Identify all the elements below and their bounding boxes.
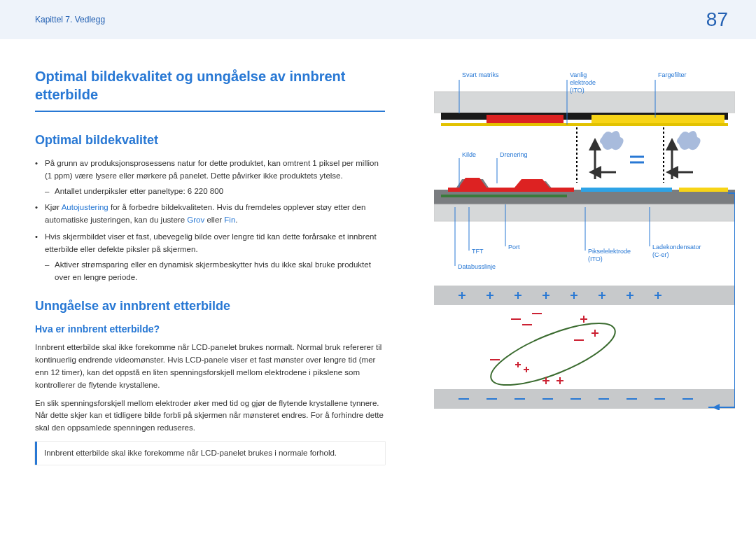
list-text: . <box>235 216 237 224</box>
svg-rect-27 <box>434 286 735 305</box>
section-heading-1: Optimal bildekvalitet <box>35 133 385 148</box>
label-vanlig-elektrode: Vanlig elektrode (ITO) <box>570 71 612 94</box>
svg-rect-2 <box>486 115 564 125</box>
content: Optimal bildekvalitet og unngåelse av in… <box>0 39 756 465</box>
svg-rect-0 <box>434 92 735 113</box>
label-drenering: Drenering <box>500 151 528 159</box>
lcd-structure-diagram <box>434 67 735 410</box>
label-port: Port <box>508 244 520 251</box>
bullet-list-1: På grunn av produksjonsprosessens natur … <box>35 157 385 283</box>
note-text: Innbrent etterbilde skal ikke forekomme … <box>44 449 337 457</box>
label-ladekondensator: Ladekondensator (C-er) <box>652 244 701 259</box>
note-box: Innbrent etterbilde skal ikke forekomme … <box>35 442 385 465</box>
header: Kapittel 7. Vedlegg 87 <box>0 0 756 39</box>
svg-rect-16 <box>441 195 567 197</box>
list-item: På grunn av produksjonsprosessens natur … <box>35 157 385 197</box>
label-tft: TFT <box>472 248 484 255</box>
section-heading-2: Unngåelse av innbrent etterbilde <box>35 299 385 314</box>
svg-rect-19 <box>434 204 735 221</box>
list-text: eller <box>204 216 224 224</box>
svg-rect-17 <box>581 188 672 192</box>
page: Kapittel 7. Vedlegg 87 Optimal bildekval… <box>0 0 756 534</box>
list-item: Aktiver strømsparing eller en dynamisk s… <box>45 259 385 284</box>
page-title: Optimal bildekvalitet og unngåelse av in… <box>35 67 385 112</box>
paragraph: En slik spenningsforskjell mellom elektr… <box>35 398 385 435</box>
list-text: Hvis skjermbildet viser et fast, ubevege… <box>45 232 377 253</box>
svg-point-54 <box>484 311 622 397</box>
breadcrumb: Kapittel 7. Vedlegg <box>35 15 105 24</box>
label-pikselelektrode: Pikselelektrode (ITO) <box>588 248 630 263</box>
right-column: Svart matriks Vanlig elektrode (ITO) Far… <box>434 67 735 465</box>
highlight-grov: Grov <box>187 216 204 224</box>
svg-rect-18 <box>679 188 728 192</box>
list-text: På grunn av produksjonsprosessens natur … <box>45 159 379 180</box>
highlight-autojustering: Autojustering <box>62 203 108 211</box>
list-item: Kjør Autojustering for å forbedre bildek… <box>35 202 385 227</box>
page-number: 87 <box>706 8 728 31</box>
list-item: Antallet underpiksler etter paneltype: 6… <box>45 185 385 198</box>
label-kilde: Kilde <box>462 151 476 159</box>
left-column: Optimal bildekvalitet og unngåelse av in… <box>35 67 385 465</box>
list-item: Hvis skjermbildet viser et fast, ubevege… <box>35 231 385 283</box>
paragraph: Innbrent etterbilde skal ikke forekomme … <box>35 342 385 391</box>
label-svart-matriks: Svart matriks <box>462 71 499 79</box>
list-text: Kjør <box>45 203 62 211</box>
label-databusslinje: Databusslinje <box>458 263 496 271</box>
svg-rect-3 <box>592 115 724 125</box>
svg-rect-4 <box>441 123 728 126</box>
subheading: Hva er innbrent etterbilde? <box>35 323 385 335</box>
label-fargefilter: Fargefilter <box>658 71 687 79</box>
highlight-fin: Fin <box>224 216 235 224</box>
